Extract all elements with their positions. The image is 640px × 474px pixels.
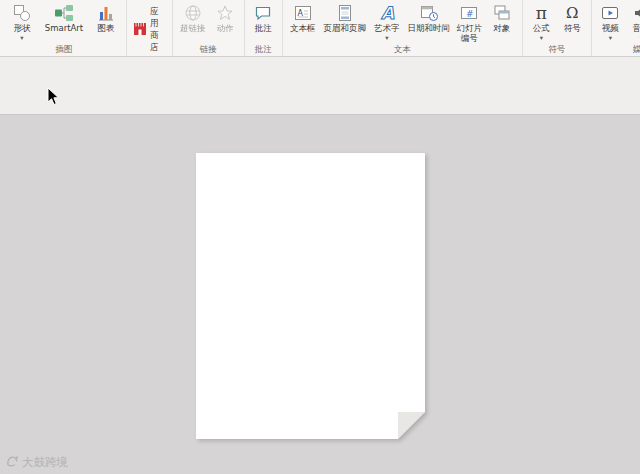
ribbon-group-label: 符号: [526, 44, 588, 56]
pi-glyph: π: [536, 3, 547, 23]
chevron-down-icon: ▾: [385, 35, 388, 42]
symbol-button[interactable]: Ω 符号: [557, 1, 588, 34]
svg-text:A: A: [297, 9, 303, 18]
ribbon-group-label: 文本: [286, 44, 519, 56]
chevron-down-icon: ▾: [609, 35, 612, 42]
textbox-label: 文本框: [290, 24, 316, 34]
audio-label: 音频: [633, 24, 640, 34]
ribbon-group-links: 超链接 动作 链接: [173, 0, 245, 56]
page-fold-corner: [398, 412, 425, 439]
hyperlink-button[interactable]: 超链接: [176, 1, 210, 34]
ribbon: 形状 ▾ SmartArt 图表 插图: [0, 0, 640, 57]
ribbon-group-symbols: π 公式 ▾ Ω 符号 符号: [523, 0, 592, 56]
store-icon: [133, 22, 147, 36]
video-icon: [600, 2, 620, 24]
omega-glyph: Ω: [566, 3, 578, 23]
video-label: 视频: [602, 24, 619, 34]
toolbar-spacer: [0, 58, 640, 114]
wordart-button[interactable]: A 艺术字 ▾: [370, 1, 404, 42]
svg-text:A: A: [381, 3, 395, 23]
slide-number-label: 幻灯片编号: [454, 24, 485, 43]
slide-page-wrap: [196, 153, 425, 439]
slide-number-icon: #: [459, 2, 479, 24]
ribbon-group-addins: 应用商店 我的加载项 ▾ 加载项: [127, 0, 173, 56]
wordart-label: 艺术字: [374, 24, 400, 34]
action-icon: [215, 2, 235, 24]
hyperlink-label: 超链接: [180, 24, 206, 34]
ribbon-group-label: 媒体: [595, 44, 640, 56]
ribbon-group-label: 批注: [248, 44, 279, 56]
watermark-logo-icon: [5, 454, 19, 471]
ribbon-group-label: 链接: [176, 44, 241, 56]
ribbon-group-text: A 文本框 页眉和页脚 A 艺术字 ▾ 日期和: [283, 0, 523, 56]
chevron-down-icon: ▾: [540, 35, 543, 42]
slide-number-button[interactable]: # 幻灯片编号: [454, 1, 485, 43]
chevron-down-icon: ▾: [20, 35, 23, 42]
header-footer-icon: [335, 2, 355, 24]
store-label: 应用商店: [150, 5, 166, 53]
comment-icon: [253, 2, 273, 24]
smartart-button[interactable]: SmartArt: [39, 1, 89, 34]
hyperlink-icon: [183, 2, 203, 24]
svg-text:#: #: [466, 9, 474, 19]
audio-icon: [631, 2, 640, 24]
chart-icon: [96, 2, 116, 24]
shapes-label: 形状: [14, 24, 31, 34]
slide-canvas[interactable]: 大鼓跨境: [0, 114, 640, 474]
comment-button[interactable]: 批注: [248, 1, 279, 34]
ribbon-group-media: 视频 ▾ 音频 ▾ 屏幕录制 媒体: [592, 0, 640, 56]
wordart-icon: A: [377, 2, 397, 24]
ribbon-group-illustrations: 形状 ▾ SmartArt 图表 插图: [0, 0, 127, 56]
object-icon: [492, 2, 512, 24]
store-button[interactable]: 应用商店: [130, 4, 169, 54]
watermark-text: 大鼓跨境: [22, 455, 68, 470]
header-footer-label: 页眉和页脚: [324, 24, 367, 34]
date-time-button[interactable]: 日期和时间: [404, 1, 454, 34]
symbol-icon: Ω: [566, 2, 578, 24]
textbox-button[interactable]: A 文本框: [286, 1, 320, 34]
symbol-label: 符号: [564, 24, 581, 34]
chart-button[interactable]: 图表: [89, 1, 123, 34]
chart-label: 图表: [98, 24, 115, 34]
action-button[interactable]: 动作: [210, 1, 241, 34]
smartart-label: SmartArt: [45, 24, 83, 34]
shapes-button[interactable]: 形状 ▾: [5, 1, 39, 42]
smartart-icon: [54, 2, 74, 24]
comment-label: 批注: [255, 24, 272, 34]
object-button[interactable]: 对象: [485, 1, 519, 34]
equation-label: 公式: [533, 24, 550, 34]
header-footer-button[interactable]: 页眉和页脚: [320, 1, 370, 34]
equation-icon: π: [536, 2, 547, 24]
object-label: 对象: [493, 24, 510, 34]
textbox-icon: A: [293, 2, 313, 24]
date-time-icon: [419, 2, 439, 24]
slide-page[interactable]: [196, 153, 425, 439]
video-button[interactable]: 视频 ▾: [595, 1, 626, 42]
equation-button[interactable]: π 公式 ▾: [526, 1, 557, 42]
audio-button[interactable]: 音频 ▾: [626, 1, 640, 42]
date-time-label: 日期和时间: [408, 24, 451, 34]
ribbon-group-label: 插图: [5, 44, 123, 56]
action-label: 动作: [217, 24, 234, 34]
ribbon-group-comments: 批注 批注: [245, 0, 283, 56]
mouse-cursor: [47, 87, 60, 110]
shapes-icon: [12, 2, 32, 24]
watermark: 大鼓跨境: [5, 454, 68, 471]
